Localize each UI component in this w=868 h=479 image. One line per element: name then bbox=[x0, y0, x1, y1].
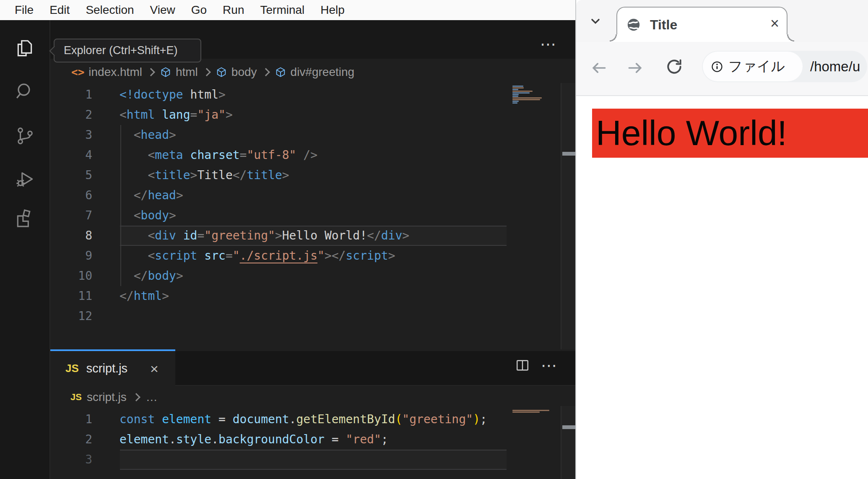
back-icon[interactable] bbox=[590, 59, 608, 77]
code-token bbox=[120, 229, 148, 242]
tab-search-chevron-icon[interactable] bbox=[589, 14, 602, 28]
code-token: element bbox=[120, 432, 169, 446]
js-file-icon: JS bbox=[65, 362, 79, 375]
minimap-line bbox=[512, 91, 533, 92]
code-token: > bbox=[402, 229, 409, 242]
browser-tab[interactable]: Title × bbox=[616, 7, 787, 42]
code-token: </ bbox=[233, 168, 247, 182]
menu-edit[interactable]: Edit bbox=[42, 3, 78, 17]
code-token: id bbox=[183, 229, 198, 242]
menu-terminal[interactable]: Terminal bbox=[252, 3, 312, 17]
code-token: > bbox=[325, 249, 332, 263]
code-token: = bbox=[190, 108, 198, 122]
code-token: " bbox=[233, 249, 240, 263]
tab-label: script.js bbox=[86, 362, 127, 375]
code-token: </ bbox=[332, 249, 346, 263]
breadcrumb-html[interactable]: html bbox=[176, 65, 198, 79]
code-token: ; bbox=[480, 412, 487, 426]
scrollbar-track[interactable] bbox=[561, 406, 575, 479]
line-number: 12 bbox=[50, 306, 92, 326]
code-token: element bbox=[162, 412, 211, 426]
line-number: 2 bbox=[50, 105, 92, 125]
menu-selection[interactable]: Selection bbox=[78, 3, 142, 17]
code-token: charset bbox=[190, 148, 240, 162]
source-control-icon[interactable] bbox=[14, 125, 35, 146]
greeting-div: Hello World! bbox=[592, 109, 868, 158]
explorer-icon[interactable] bbox=[14, 38, 35, 59]
minimap-line bbox=[512, 96, 518, 97]
line-number: 4 bbox=[50, 145, 92, 165]
editor-more-actions[interactable]: ⋯ bbox=[540, 38, 565, 55]
forward-icon[interactable] bbox=[626, 59, 645, 77]
extensions-icon[interactable] bbox=[14, 207, 35, 228]
line-number: 1 bbox=[50, 85, 92, 105]
code-token: head bbox=[148, 188, 176, 202]
code-token: > bbox=[169, 128, 176, 142]
code-token: script bbox=[155, 249, 197, 263]
reload-icon[interactable] bbox=[665, 57, 683, 76]
code-token: </ bbox=[134, 269, 148, 283]
breadcrumb-file[interactable]: index.html bbox=[88, 65, 142, 79]
line-number: 1 bbox=[50, 409, 92, 430]
panel-breadcrumb-more[interactable]: … bbox=[146, 390, 158, 404]
code-token: backgroundColor bbox=[218, 432, 325, 446]
code-token: "red" bbox=[346, 432, 381, 446]
tab-script-js[interactable]: JS script.js × bbox=[50, 349, 175, 386]
browser-toolbar: ファイル /home/u bbox=[576, 42, 868, 96]
html-editor: <> index.html html body bbox=[50, 59, 575, 349]
chevron-right-icon bbox=[147, 68, 155, 76]
code-token: title bbox=[247, 168, 282, 182]
file-scheme-chip[interactable]: ファイル bbox=[703, 52, 803, 81]
code-token: </ bbox=[134, 188, 148, 202]
code-line: <div id="greeting">Hello World!</div> bbox=[120, 226, 409, 246]
line-number: 5 bbox=[50, 165, 92, 185]
code-line: <script src="./script.js"></script> bbox=[120, 246, 395, 266]
minimap-line bbox=[512, 101, 519, 102]
code-token bbox=[120, 249, 148, 263]
minimap-line bbox=[512, 89, 518, 90]
run-debug-icon[interactable] bbox=[14, 169, 35, 190]
vscode-window: File Edit Selection View Go Run Terminal… bbox=[0, 0, 575, 479]
breadcrumb-body[interactable]: body bbox=[231, 65, 257, 79]
url-text[interactable]: /home/u bbox=[810, 51, 860, 82]
search-icon[interactable] bbox=[14, 81, 35, 102]
code-token: "greeting" bbox=[402, 412, 473, 426]
panel-more-actions[interactable]: ⋯ bbox=[541, 358, 557, 373]
code-token: "utf-8" bbox=[247, 148, 296, 162]
code-token: const bbox=[120, 412, 155, 426]
scrollbar-track[interactable] bbox=[561, 83, 575, 349]
js-file-icon: JS bbox=[70, 392, 82, 403]
code-token: </ bbox=[120, 289, 134, 303]
tab-title: Title bbox=[650, 17, 677, 33]
code-token: html bbox=[183, 88, 218, 102]
code-line: <head> bbox=[120, 125, 176, 145]
address-bar[interactable]: ファイル /home/u bbox=[702, 51, 867, 82]
menu-view[interactable]: View bbox=[142, 3, 183, 17]
code-token: head bbox=[141, 128, 169, 142]
close-tab-icon[interactable]: × bbox=[770, 16, 779, 31]
minimap-line bbox=[512, 410, 549, 411]
code-token: = bbox=[240, 148, 247, 162]
code-token bbox=[197, 249, 204, 263]
code-line: <title>Title</title> bbox=[120, 165, 289, 185]
line-number: 7 bbox=[50, 206, 92, 226]
panel-breadcrumb-file[interactable]: script.js bbox=[87, 390, 127, 404]
code-token bbox=[120, 269, 134, 283]
symbol-cube-icon bbox=[160, 66, 172, 78]
minimap-line bbox=[512, 97, 542, 99]
menu-go[interactable]: Go bbox=[183, 3, 215, 17]
chevron-right-icon bbox=[262, 68, 270, 76]
menu-file[interactable]: File bbox=[7, 3, 42, 17]
code-token: > bbox=[282, 168, 289, 182]
code-line: <!doctype html> bbox=[120, 85, 226, 105]
close-tab-icon[interactable]: × bbox=[150, 362, 159, 376]
breadcrumb-div-greeting[interactable]: div#greeting bbox=[291, 65, 355, 79]
code-token: > bbox=[218, 88, 226, 102]
code-token: > bbox=[169, 208, 176, 222]
menu-help[interactable]: Help bbox=[312, 3, 353, 17]
menu-run[interactable]: Run bbox=[215, 3, 252, 17]
panel-breadcrumb: JS script.js … bbox=[70, 386, 158, 409]
split-editor-icon[interactable] bbox=[515, 358, 530, 373]
line-number: 3 bbox=[50, 125, 92, 145]
line-number: 11 bbox=[50, 286, 92, 306]
